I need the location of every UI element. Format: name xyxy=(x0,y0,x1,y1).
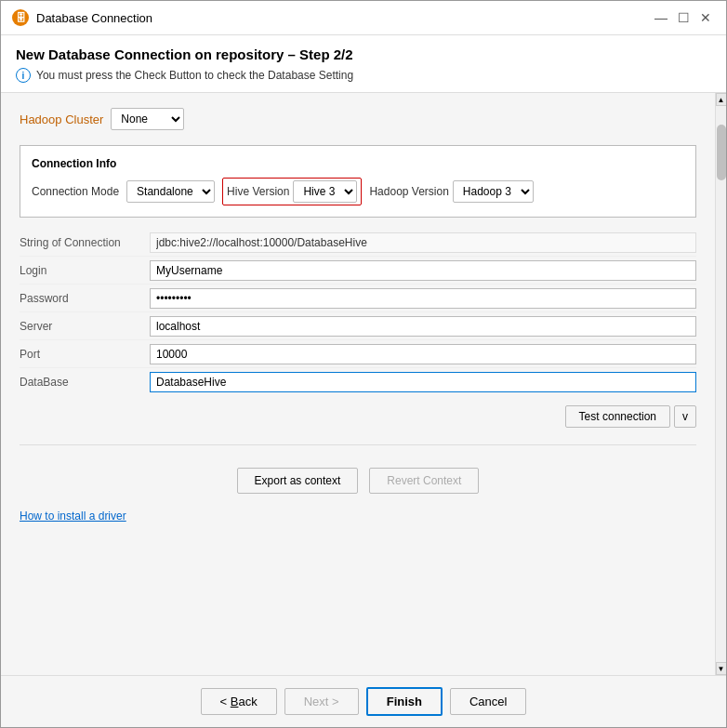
hadoop-version-label: Hadoop Version xyxy=(369,185,448,198)
content-with-scrollbar: Hadoop Cluster None Cluster1 Cluster2 Co… xyxy=(1,93,726,675)
title-controls: — ☐ ✕ xyxy=(652,8,715,27)
connection-mode-row: Connection Mode Standalone HA Hive Versi… xyxy=(32,178,684,205)
header-section: New Database Connection on repository – … xyxy=(1,35,726,93)
connection-info-box: Connection Info Connection Mode Standalo… xyxy=(20,145,696,218)
server-label: Server xyxy=(20,316,150,337)
connection-mode-select[interactable]: Standalone HA xyxy=(126,180,215,203)
database-input[interactable] xyxy=(150,372,696,392)
info-message: You must press the Check Button to check… xyxy=(36,69,353,82)
form-grid: String of Connection Login Password Serv… xyxy=(20,229,696,396)
back-button[interactable]: < Back xyxy=(201,688,277,715)
scroll-thumb[interactable] xyxy=(717,125,726,180)
next-button[interactable]: Next > xyxy=(284,688,359,715)
close-button[interactable]: ✕ xyxy=(696,8,715,27)
scrollbar[interactable]: ▲ ▼ xyxy=(715,93,726,675)
server-input[interactable] xyxy=(150,316,696,337)
export-context-button[interactable]: Export as context xyxy=(237,468,359,494)
login-input[interactable] xyxy=(150,260,696,281)
port-row: Port xyxy=(20,340,696,368)
port-input[interactable] xyxy=(150,344,696,364)
string-connection-row: String of Connection xyxy=(20,229,696,257)
title-bar-left: 🗄 Database Connection xyxy=(12,9,152,26)
server-row: Server xyxy=(20,312,696,340)
window-title: Database Connection xyxy=(36,11,152,25)
port-label: Port xyxy=(20,344,150,364)
maximize-button[interactable]: ☐ xyxy=(674,8,693,27)
back-underline: B xyxy=(231,695,239,708)
footer: < Back Next > Finish Cancel xyxy=(1,675,726,727)
install-driver-link[interactable]: How to install a driver xyxy=(20,510,126,523)
minimize-button[interactable]: — xyxy=(652,8,670,27)
step-title: New Database Connection on repository – … xyxy=(16,46,711,62)
connection-mode-label: Connection Mode xyxy=(32,185,119,198)
database-label: DataBase xyxy=(20,372,150,392)
hadoop-cluster-select[interactable]: None Cluster1 Cluster2 xyxy=(111,108,184,130)
hive-version-group: Hive Version Hive 1 Hive 2 Hive 3 xyxy=(222,178,362,205)
password-row: Password xyxy=(20,285,696,312)
hadoop-version-group: Hadoop Version Hadoop 2 Hadoop 3 xyxy=(369,180,533,203)
scroll-down-arrow[interactable]: ▼ xyxy=(716,662,727,675)
info-icon: i xyxy=(16,68,31,83)
string-connection-label: String of Connection xyxy=(20,232,150,253)
info-row: i You must press the Check Button to che… xyxy=(16,68,711,83)
title-bar: 🗄 Database Connection — ☐ ✕ xyxy=(1,1,726,35)
divider xyxy=(20,444,696,445)
test-connection-row: Test connection v xyxy=(20,405,696,428)
hive-version-label: Hive Version xyxy=(227,185,289,198)
hadoop-cluster-label: Hadoop Cluster xyxy=(20,113,103,126)
driver-link-container: How to install a driver xyxy=(20,509,696,530)
password-label: Password xyxy=(20,288,150,309)
connection-info-title: Connection Info xyxy=(32,157,684,170)
context-buttons: Export as context Revert Context xyxy=(20,468,696,494)
database-connection-window: 🗄 Database Connection — ☐ ✕ New Database… xyxy=(0,0,727,728)
app-icon: 🗄 xyxy=(12,9,29,26)
revert-context-button[interactable]: Revert Context xyxy=(369,468,479,494)
hive-version-select[interactable]: Hive 1 Hive 2 Hive 3 xyxy=(293,180,357,203)
login-label: Login xyxy=(20,260,150,281)
v-button[interactable]: v xyxy=(674,405,696,428)
string-connection-input[interactable] xyxy=(150,232,696,253)
hadoop-version-select[interactable]: Hadoop 2 Hadoop 3 xyxy=(453,180,534,203)
test-connection-button[interactable]: Test connection xyxy=(565,405,670,428)
password-input[interactable] xyxy=(150,288,696,309)
cancel-button[interactable]: Cancel xyxy=(450,688,526,715)
scroll-up-arrow[interactable]: ▲ xyxy=(716,93,727,106)
database-row: DataBase xyxy=(20,368,696,396)
login-row: Login xyxy=(20,257,696,285)
main-content: Hadoop Cluster None Cluster1 Cluster2 Co… xyxy=(1,93,715,675)
finish-button[interactable]: Finish xyxy=(366,687,443,716)
hadoop-cluster-row: Hadoop Cluster None Cluster1 Cluster2 xyxy=(20,108,696,130)
